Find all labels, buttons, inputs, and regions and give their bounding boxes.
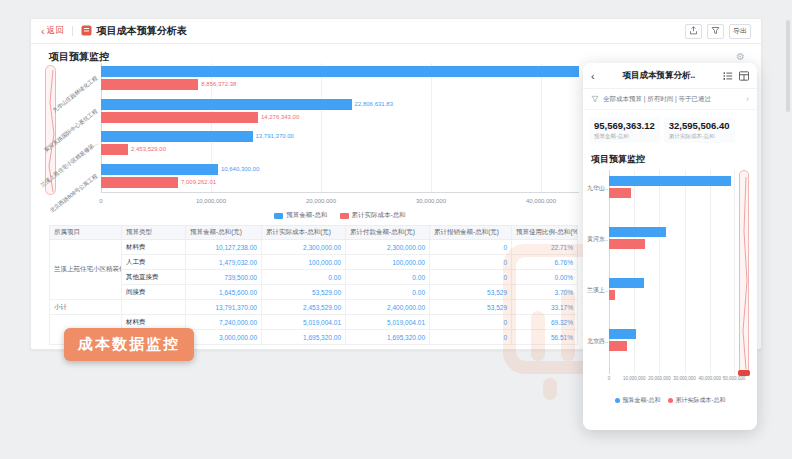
export-button[interactable]: 导出 bbox=[729, 24, 751, 39]
share-icon bbox=[689, 26, 698, 36]
panel-x-axis: 010,000,00020,000,00030,000,00040,000,00… bbox=[609, 376, 735, 382]
value-cell: 1,479,032.00 bbox=[186, 255, 262, 270]
table-header-cell: 累计报销金额-总和(元) bbox=[430, 226, 512, 240]
table-header-cell: 预算类型 bbox=[122, 226, 186, 240]
value-cell: 3,000,000.00 bbox=[186, 330, 262, 345]
gridline bbox=[541, 63, 542, 192]
table-header-cell: 累计实际成本-总和(元) bbox=[262, 226, 346, 240]
bar-value-label: 13,791,370.00 bbox=[256, 133, 294, 140]
back-label: 返回 bbox=[47, 25, 64, 37]
value-cell: 2,300,000.00 bbox=[262, 240, 346, 255]
budget-bar bbox=[609, 176, 731, 186]
legend-swatch bbox=[340, 213, 349, 219]
budget-table: 所属项目预算类型预算金额-总和(元)累计实际成本-总和(元)累计付款金额-总和(… bbox=[49, 225, 578, 345]
budget-type-cell bbox=[122, 300, 186, 315]
value-cell: 69.32% bbox=[512, 315, 578, 330]
value-cell: 100,000.00 bbox=[346, 255, 430, 270]
panel-grid-icon[interactable] bbox=[739, 67, 749, 85]
axis-tick-label: 30,000,000 bbox=[416, 198, 446, 204]
panel-section-title: 项目预算监控 bbox=[583, 148, 757, 168]
table-header-cell: 所属项目 bbox=[50, 226, 122, 240]
actual-cost-bar bbox=[101, 112, 258, 123]
gridline bbox=[734, 170, 735, 374]
legend-swatch bbox=[668, 398, 673, 403]
panel-legend: 预算金额-总和累计实际成本-总和 bbox=[583, 396, 757, 405]
value-cell: 5,019,004.01 bbox=[262, 315, 346, 330]
toolbar: ‹ 返回 项目成本预算分析表 导出 bbox=[31, 19, 761, 44]
funnel-icon bbox=[711, 26, 720, 36]
chart-x-axis: 010,000,00020,000,00030,000,00040,000,00… bbox=[101, 198, 579, 206]
page-scrollbar[interactable] bbox=[786, 20, 790, 112]
value-cell: 13,791,370.00 bbox=[186, 300, 262, 315]
value-cell: 0 bbox=[430, 240, 512, 255]
legend-label: 累计实际成本-总和 bbox=[676, 396, 726, 405]
panel-category-label: 兰溪上.. bbox=[587, 286, 608, 295]
panel-header: ‹ 项目成本预算分析.. bbox=[583, 63, 757, 89]
legend-item[interactable]: 预算金额-总和 bbox=[274, 211, 327, 220]
stat-value: 32,595,506.40 bbox=[669, 120, 730, 131]
value-cell: 0.00% bbox=[512, 270, 578, 285]
toolbar-actions: 导出 bbox=[685, 24, 751, 39]
value-cell: 1,695,320.00 bbox=[262, 330, 346, 345]
panel-filter-bar[interactable]: 全部成本预算 | 所有时间 | 等于已通过 › bbox=[583, 89, 757, 110]
axis-tick-label: 10,000,000 bbox=[196, 198, 226, 204]
value-cell: 53,529 bbox=[430, 300, 512, 315]
bar-value-label: 10,640,300.00 bbox=[221, 166, 259, 173]
table-header-row: 所属项目预算类型预算金额-总和(元)累计实际成本-总和(元)累计付款金额-总和(… bbox=[50, 226, 578, 240]
gridline bbox=[321, 63, 322, 192]
budget-bar bbox=[609, 329, 636, 339]
panel-zoom-slider[interactable] bbox=[739, 170, 749, 374]
stat-value: 95,569,363.12 bbox=[594, 120, 655, 131]
axis-tick-label: 40,000,000 bbox=[526, 198, 556, 204]
value-cell: 1,695,320.00 bbox=[346, 330, 430, 345]
value-cell: 0.00 bbox=[346, 285, 430, 300]
budget-bar bbox=[101, 164, 218, 175]
axis-tick-label: 0 bbox=[608, 376, 611, 381]
bar-value-label: 22,806,631.83 bbox=[355, 101, 393, 108]
mobile-preview-panel: ‹ 项目成本预算分析.. 全部成本预算 | 所有时间 | 等于已通过 › 95,… bbox=[583, 63, 757, 430]
panel-list-icon[interactable] bbox=[723, 67, 733, 85]
axis-tick-label: 10,000,000 bbox=[623, 376, 646, 381]
value-cell: 22.71% bbox=[512, 240, 578, 255]
legend-swatch bbox=[274, 213, 283, 219]
budget-type-cell: 材料费 bbox=[122, 240, 186, 255]
value-cell: 0 bbox=[430, 255, 512, 270]
value-cell: 739,500.00 bbox=[186, 270, 262, 285]
budget-bar bbox=[609, 227, 666, 237]
page-title: 项目成本预算分析表 bbox=[97, 24, 187, 38]
panel-title: 项目成本预算分析.. bbox=[595, 70, 723, 82]
table-row: 小计13,791,370.002,453,529.002,400,000.005… bbox=[50, 300, 578, 315]
legend-item[interactable]: 累计实际成本-总和 bbox=[668, 396, 726, 405]
actual-cost-bar bbox=[609, 290, 615, 300]
panel-category-label: 九华山.. bbox=[587, 184, 608, 193]
axis-tick-label: 20,000,000 bbox=[648, 376, 671, 381]
project-cell: 小计 bbox=[50, 300, 122, 315]
actual-cost-bar bbox=[609, 239, 645, 249]
table-row: 间接费1,645,600.0053,529.000.0053,5293.70% bbox=[50, 285, 578, 300]
value-cell: 7,240,000.00 bbox=[186, 315, 262, 330]
bar-value-label: 2,453,529.00 bbox=[131, 146, 166, 153]
panel-filter-text: 全部成本预算 | 所有时间 | 等于已通过 bbox=[603, 95, 742, 104]
axis-tick-label: 20,000,000 bbox=[306, 198, 336, 204]
legend-label: 预算金额-总和 bbox=[623, 396, 661, 405]
panel-category-label: 北京西.. bbox=[587, 337, 608, 346]
value-cell: 0 bbox=[430, 315, 512, 330]
legend-item[interactable]: 预算金额-总和 bbox=[615, 396, 661, 405]
panel-plot-area bbox=[609, 170, 735, 374]
panel-filter-icon bbox=[591, 95, 599, 104]
axis-tick-label: 50,000,000 bbox=[723, 376, 746, 381]
legend-item[interactable]: 累计实际成本-总和 bbox=[340, 211, 406, 220]
actual-cost-bar bbox=[101, 177, 178, 188]
actual-cost-bar bbox=[101, 144, 128, 155]
table-header-cell: 预算金额-总和(元) bbox=[186, 226, 262, 240]
table-row: 人工费1,479,032.00100,000.00100,000.0006.76… bbox=[50, 255, 578, 270]
actual-cost-bar bbox=[609, 341, 627, 351]
stat-label: 预算金额-总和 bbox=[594, 133, 655, 140]
legend-label: 累计实际成本-总和 bbox=[352, 211, 406, 220]
value-cell: 5,019,004.01 bbox=[346, 315, 430, 330]
filter-button[interactable] bbox=[707, 24, 724, 39]
bar-value-label: 8,856,372.38 bbox=[201, 81, 236, 88]
back-button[interactable]: ‹ 返回 bbox=[41, 25, 64, 37]
budget-type-cell: 间接费 bbox=[122, 285, 186, 300]
share-button[interactable] bbox=[685, 24, 702, 39]
